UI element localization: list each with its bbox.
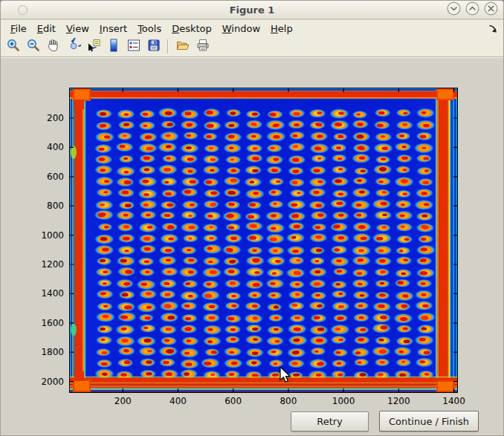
maximize-button[interactable]	[465, 3, 479, 17]
menu-bar: FileEditViewInsertToolsDesktopWindowHelp	[1, 20, 503, 36]
y-tick-label: 1600	[28, 318, 64, 328]
continue-finish-button[interactable]: Continue / Finish	[379, 411, 479, 432]
x-tick-label: 1000	[327, 396, 360, 406]
window-menu-icon[interactable]	[18, 5, 28, 15]
toolbar-rotate-3d-button[interactable]	[64, 37, 83, 56]
window-title: Figure 1	[1, 4, 503, 16]
toolbar-colorbar-button[interactable]	[104, 37, 123, 56]
toolbar-save-button[interactable]	[144, 37, 163, 56]
x-tick-label: 400	[161, 396, 194, 406]
rotate-3d-icon	[66, 38, 81, 56]
toolbar-pan-button[interactable]	[44, 37, 62, 56]
legend-icon	[126, 38, 141, 56]
y-tick-label: 1200	[28, 259, 64, 270]
close-button[interactable]	[484, 3, 498, 17]
menu-help[interactable]: Help	[265, 22, 298, 36]
y-tick-label: 600	[28, 172, 64, 182]
y-tick-label: 1000	[28, 230, 64, 241]
open-icon	[175, 38, 190, 56]
print-icon	[196, 38, 210, 56]
figure-window: Figure 1 FileEditViewInsertToolsDesktopW…	[0, 0, 504, 436]
menu-edit[interactable]: Edit	[32, 22, 61, 36]
x-tick-label: 600	[217, 396, 250, 406]
toolbar-data-cursor-button[interactable]	[84, 37, 103, 56]
menu-insert[interactable]: Insert	[94, 22, 132, 36]
data-cursor-icon	[86, 38, 101, 56]
toolbar-zoom-in-button[interactable]	[4, 37, 22, 56]
y-tick-label: 800	[28, 201, 64, 211]
colorbar-icon	[106, 38, 121, 56]
microarray-image-canvas[interactable]	[69, 88, 458, 393]
shade-button[interactable]	[447, 3, 461, 17]
y-tick-label: 1400	[28, 288, 64, 299]
y-tick-label: 2000	[28, 377, 64, 387]
zoom-in-icon	[6, 38, 21, 56]
menu-tools[interactable]: Tools	[132, 22, 167, 36]
toolbar-legend-button[interactable]	[124, 37, 143, 56]
dock-figure-arrow-icon[interactable]	[488, 24, 497, 33]
x-tick-label: 1200	[382, 396, 415, 406]
toolbar-zoom-out-button[interactable]	[24, 37, 42, 56]
y-tick-label: 400	[28, 142, 64, 152]
zoom-out-icon	[26, 38, 41, 56]
retry-button[interactable]: Retry	[291, 411, 369, 432]
y-tick-label: 200	[28, 113, 64, 123]
toolbar-print-button[interactable]	[193, 37, 212, 56]
x-tick-label: 800	[272, 396, 305, 406]
x-tick-label: 1400	[438, 396, 471, 406]
chevron-up-icon	[465, 1, 479, 19]
menu-file[interactable]: File	[5, 22, 32, 36]
save-icon	[146, 38, 161, 56]
window-controls	[447, 3, 498, 17]
title-bar[interactable]: Figure 1	[1, 1, 503, 19]
chevron-down-icon	[447, 1, 461, 19]
menu-view[interactable]: View	[61, 22, 94, 36]
menu-window[interactable]: Window	[217, 22, 265, 36]
pan-icon	[46, 38, 61, 56]
y-tick-label: 1800	[28, 347, 64, 357]
toolbar	[1, 36, 503, 57]
toolbar-open-button[interactable]	[173, 37, 192, 56]
x-tick-label: 200	[106, 396, 139, 406]
menu-desktop[interactable]: Desktop	[167, 22, 217, 36]
toolbar-separator	[167, 39, 169, 53]
x-icon	[484, 1, 498, 19]
